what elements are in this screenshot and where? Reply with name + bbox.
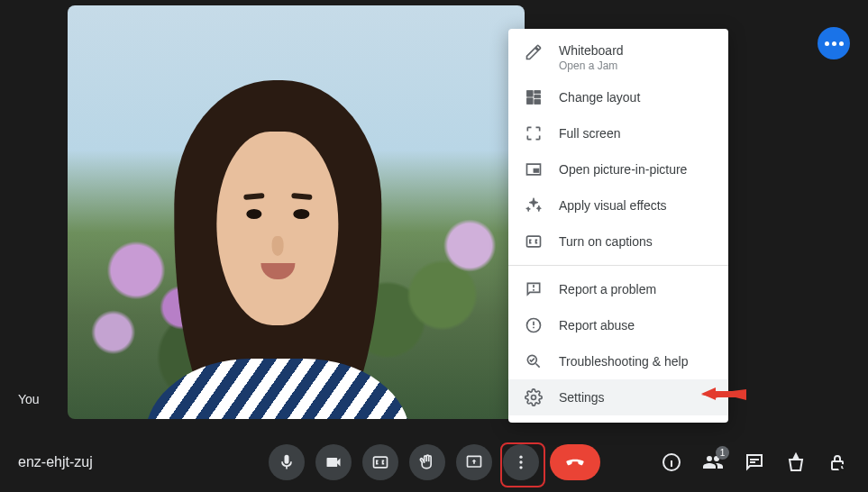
raise-hand-button[interactable] bbox=[409, 444, 445, 480]
captions-button[interactable] bbox=[362, 444, 398, 480]
menu-item-pip[interactable]: Open picture-in-picture bbox=[508, 151, 728, 187]
participants-badge: 1 bbox=[716, 446, 729, 460]
menu-label: Report abuse bbox=[559, 318, 635, 333]
layout-icon bbox=[525, 88, 543, 106]
activities-icon bbox=[785, 451, 807, 473]
sparkle-icon bbox=[525, 196, 543, 214]
more-options-menu: Whiteboard Open a Jam Change layout Full… bbox=[508, 29, 728, 423]
menu-item-settings[interactable]: Settings bbox=[508, 379, 728, 415]
participant-name-label: You bbox=[18, 392, 40, 406]
more-options-button[interactable] bbox=[503, 444, 539, 480]
tile-overflow-button[interactable] bbox=[818, 27, 850, 59]
right-controls: 1 bbox=[659, 450, 850, 475]
bottom-bar: enz-ehjt-zuj 1 bbox=[0, 433, 868, 492]
mic-button[interactable] bbox=[269, 444, 305, 480]
cc-icon bbox=[371, 453, 389, 471]
chat-icon bbox=[744, 451, 765, 473]
svg-point-4 bbox=[532, 396, 536, 400]
chat-button[interactable] bbox=[742, 450, 767, 475]
hangup-button[interactable] bbox=[550, 444, 600, 480]
menu-label: Settings bbox=[559, 390, 605, 405]
gear-icon bbox=[525, 388, 543, 406]
menu-item-visual-effects[interactable]: Apply visual effects bbox=[508, 187, 728, 223]
captions-icon bbox=[525, 232, 543, 251]
menu-label: Apply visual effects bbox=[559, 198, 667, 213]
menu-label: Full screen bbox=[559, 126, 620, 141]
menu-label: Change layout bbox=[559, 90, 640, 105]
svg-rect-0 bbox=[534, 169, 539, 172]
mic-icon bbox=[278, 453, 296, 471]
info-icon bbox=[661, 451, 682, 473]
menu-item-change-layout[interactable]: Change layout bbox=[508, 79, 728, 115]
menu-label: Troubleshooting & help bbox=[559, 354, 688, 369]
video-placeholder bbox=[68, 5, 525, 419]
menu-sublabel: Open a Jam bbox=[559, 59, 624, 72]
menu-separator bbox=[508, 265, 728, 266]
camera-icon bbox=[324, 453, 343, 471]
participants-button[interactable]: 1 bbox=[700, 450, 726, 475]
menu-item-full-screen[interactable]: Full screen bbox=[508, 115, 728, 151]
camera-button[interactable] bbox=[315, 444, 352, 480]
menu-label: Open picture-in-picture bbox=[559, 162, 687, 177]
svg-rect-1 bbox=[527, 236, 541, 247]
menu-item-report-problem[interactable]: Report a problem bbox=[508, 271, 728, 307]
troubleshoot-icon bbox=[525, 352, 543, 370]
menu-label: Report a problem bbox=[559, 282, 656, 296]
feedback-icon bbox=[525, 280, 543, 298]
menu-item-report-abuse[interactable]: Report abuse bbox=[508, 307, 728, 343]
host-controls-button[interactable] bbox=[825, 450, 850, 475]
pencil-icon bbox=[525, 43, 543, 61]
menu-item-whiteboard[interactable]: Whiteboard Open a Jam bbox=[508, 36, 728, 79]
activities-button[interactable] bbox=[783, 450, 809, 475]
present-icon bbox=[465, 453, 483, 471]
svg-point-9 bbox=[519, 456, 522, 459]
meeting-details-button[interactable] bbox=[659, 450, 684, 475]
svg-point-11 bbox=[519, 466, 522, 469]
more-vert-icon bbox=[512, 453, 530, 471]
fullscreen-icon bbox=[525, 124, 543, 142]
hangup-icon bbox=[563, 451, 587, 474]
center-controls bbox=[269, 444, 600, 480]
menu-label: Turn on captions bbox=[559, 234, 653, 249]
menu-label: Whiteboard bbox=[559, 43, 624, 58]
hand-icon bbox=[418, 453, 436, 471]
pip-icon bbox=[525, 160, 543, 178]
present-button[interactable] bbox=[456, 444, 492, 480]
meeting-code[interactable]: enz-ehjt-zuj bbox=[18, 454, 93, 470]
report-abuse-icon bbox=[525, 316, 543, 334]
lock-icon bbox=[827, 451, 848, 473]
self-video-tile bbox=[68, 5, 525, 419]
svg-point-10 bbox=[519, 460, 522, 463]
menu-item-troubleshoot[interactable]: Troubleshooting & help bbox=[508, 343, 728, 379]
svg-rect-7 bbox=[373, 457, 387, 468]
menu-item-captions[interactable]: Turn on captions bbox=[508, 223, 728, 260]
